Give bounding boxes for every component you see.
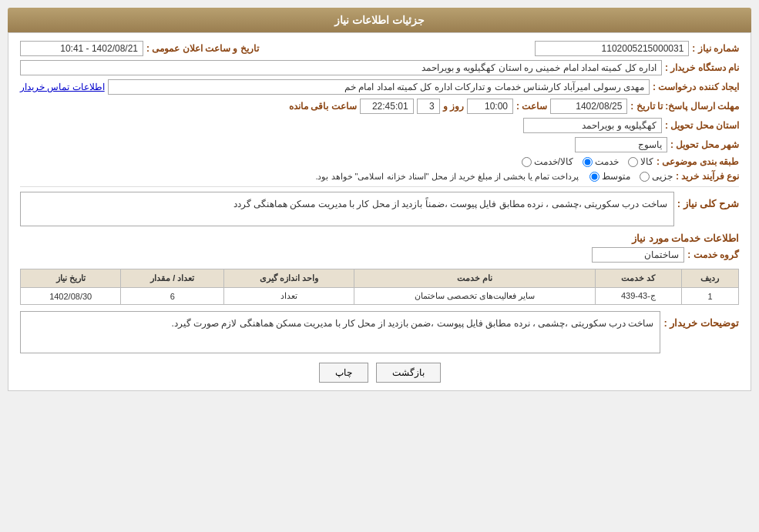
tabaqe-kala[interactable]: کالا [628,156,653,167]
row-mohlat: مهلت ارسال پاسخ: تا تاریخ : 1402/08/25 س… [20,99,739,114]
tabaqe-kala-label: کالا [640,156,653,167]
cell-tedaad: 6 [121,288,224,305]
saat-label: ساعت : [516,101,547,112]
col-radif: ردیف [681,269,738,288]
sharh-value: ساخت درب سکوریتی ،چشمی ، نرده مطابق فایل… [20,192,674,226]
goroh-value: ساختمان [592,247,684,263]
novFarayand-jozi[interactable]: جزیی [640,171,673,182]
novFarayand-desc: پرداخت تمام یا بخشی از مبلغ خرید از محل … [315,172,579,182]
ostan-label: استان محل تحویل : [665,120,739,131]
cell-nam: سایر فعالیت‌های تخصصی ساختمان [354,288,595,305]
tabaqe-radio-group: کالا/خدمت خدمت کالا [522,156,653,167]
col-vahed: واحد اندازه گیری [224,269,354,288]
shomareNiaz-value: 1102005215000031 [535,41,689,56]
tarikh-value: 1402/08/21 - 10:41 [20,41,143,56]
services-table-header-row: ردیف کد خدمت نام خدمت واحد اندازه گیری ت… [21,269,739,288]
baqi-label: ساعت باقی مانده [289,101,357,112]
tabaqe-label: طبقه بندی موضوعی : [657,156,739,167]
novFarayand-motavasset-radio[interactable] [589,172,599,182]
cell-radif: 1 [681,288,738,305]
shahr-label: شهر محل تحویل : [670,139,739,150]
novFarayand-label: نوع فرآیند خرید : [676,171,739,182]
cell-tarikh: 1402/08/30 [21,288,121,305]
tabaqe-kala-khidmat-label: کالا/خدمت [534,156,573,167]
tabaqe-kala-khidmat-radio[interactable] [522,157,532,167]
tozihat-label: توضیحات خریدار : [663,317,739,329]
tabaqe-khidmat-label: خدمت [595,156,619,167]
cell-vahed: تعداد [224,288,354,305]
page-title: جزئیات اطلاعات نیاز [334,14,425,26]
roz-label: روز و [443,101,464,112]
row-shomareNiaz: شماره نیاز : 1102005215000031 تاریخ و سا… [20,41,739,56]
baqi-value: 22:45:01 [360,99,414,114]
col-nam: نام خدمت [354,269,595,288]
roz-value: 3 [417,99,440,114]
tozihat-value: ساخت درب سکوریتی ،چشمی ، نرده مطابق فایل… [20,311,660,353]
ostan-value: کهگیلویه و بویراحمد [523,118,662,133]
row-ij: ایجاد کننده درخواست : مهدی رسولی امیرآبا… [20,79,739,95]
row-tabaqe: طبقه بندی موضوعی : کالا/خدمت خدمت کالا [20,156,739,167]
novFarayand-jozi-label: جزیی [652,171,673,182]
bottom-buttons: بازگشت چاپ [20,363,739,383]
col-kod: کد خدمت [595,269,681,288]
mohlat-label: مهلت ارسال پاسخ: تا تاریخ : [630,101,739,112]
row-tozihat: توضیحات خریدار : ساخت درب سکوریتی ،چشمی … [20,311,739,353]
aetlaat-label: اطلاعات خدمات مورد نیاز [20,233,739,244]
tarikh-label: تاریخ و ساعت اعلان عمومی : [146,43,259,54]
tabaqe-kala-khidmat[interactable]: کالا/خدمت [522,156,573,167]
row-namdastgah: نام دستگاه خریدار : اداره کل کمیته امداد… [20,60,739,75]
table-row: 1ج-43-439سایر فعالیت‌های تخصصی ساختمانتع… [21,288,739,305]
page-header: جزئیات اطلاعات نیاز [8,8,751,32]
back-button[interactable]: بازگشت [376,363,441,383]
ij-value: مهدی رسولی امیرآباد کارشناس خدمات و تدار… [108,79,650,95]
tabaqe-kala-radio[interactable] [628,157,638,167]
row-sharh: شرح کلی نیاز : ساخت درب سکوریتی ،چشمی ، … [20,192,739,226]
saat-value: 10:00 [467,99,513,114]
cell-kod: ج-43-439 [595,288,681,305]
ij-link[interactable]: اطلاعات تماس خریدار [20,82,105,92]
services-table-head: ردیف کد خدمت نام خدمت واحد اندازه گیری ت… [21,269,739,288]
main-card: شماره نیاز : 1102005215000031 تاریخ و سا… [8,32,751,391]
novFarayand-motavasset-label: متوسط [602,171,630,182]
print-button[interactable]: چاپ [319,363,368,383]
novFarayand-jozi-radio[interactable] [640,172,650,182]
date-value: 1402/08/25 [550,99,627,114]
divider1 [20,186,739,187]
col-tedad: تعداد / مقدار [121,269,224,288]
row-goroh: گروه خدمت : ساختمان [20,247,739,263]
tabaqe-khidmat[interactable]: خدمت [583,156,619,167]
row-novFarayand: نوع فرآیند خرید : متوسط جزیی پرداخت تمام… [20,171,739,182]
tabaqe-khidmat-radio[interactable] [583,157,593,167]
novFarayand-motavasset[interactable]: متوسط [589,171,630,182]
goroh-label: گروه خدمت : [687,249,739,260]
col-tarikh: تاریخ نیاز [21,269,121,288]
novFarayand-radio-group: متوسط جزیی [589,171,673,182]
namdastgah-label: نام دستگاه خریدار : [665,62,739,73]
row-shahr: شهر محل تحویل : یاسوج [20,137,739,152]
services-table: ردیف کد خدمت نام خدمت واحد اندازه گیری ت… [20,269,739,305]
ij-label: ایجاد کننده درخواست : [653,82,739,92]
shomareNiaz-label: شماره نیاز : [692,43,739,54]
namdastgah-value: اداره کل کمیته امداد امام خمینی ره استان… [20,60,662,75]
row-ostan: استان محل تحویل : کهگیلویه و بویراحمد [20,118,739,133]
sharh-label: شرح کلی نیاز : [677,198,739,209]
shahr-value: یاسوج [575,137,667,152]
services-table-body: 1ج-43-439سایر فعالیت‌های تخصصی ساختمانتع… [21,288,739,305]
